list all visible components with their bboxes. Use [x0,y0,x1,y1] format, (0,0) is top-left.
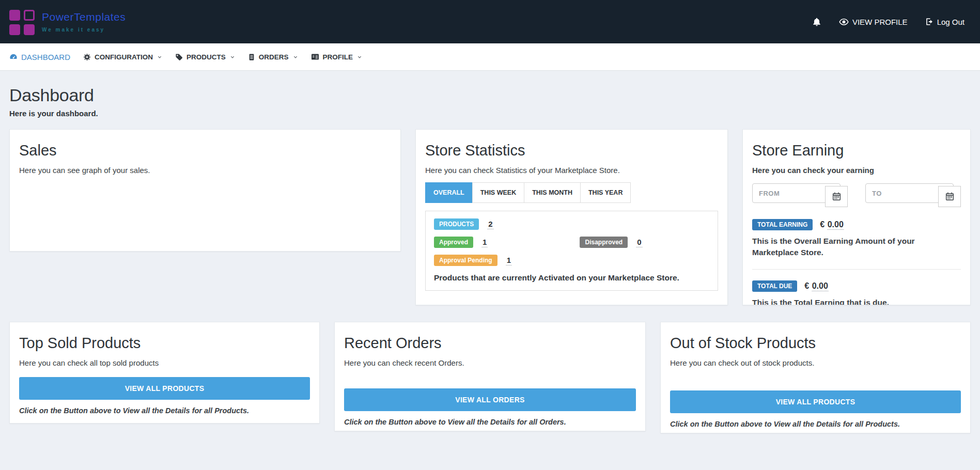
out-of-stock-note: Click on the Button above to View all th… [670,420,961,428]
gear-icon [83,53,91,61]
view-all-products-button[interactable]: VIEW ALL PRODUCTS [19,377,310,400]
top-sold-note: Click on the Button above to View all th… [19,406,310,415]
brand-title: PowerTemplates [42,11,126,23]
top-sold-title: Top Sold Products [19,335,310,352]
recent-orders-note: Click on the Button above to View all th… [344,418,636,426]
tab-this-year[interactable]: THIS YEAR [580,182,631,203]
nav-label: PRODUCTS [186,53,226,61]
total-due-amount: € 0.00 [804,281,829,291]
currency-symbol: € [820,220,825,229]
recent-orders-card: Recent Orders Here you can check recent … [334,322,646,431]
logout-label: Log Out [937,18,965,26]
statistics-panel: PRODUCTS 2 Approved 1 Disapproved 0 Appr… [425,211,718,291]
view-profile-button[interactable]: VIEW PROFILE [839,18,908,26]
disapproved-count: 0 [636,238,642,247]
store-earning-subtitle: Here you can check your earning [752,166,961,175]
stat-row-products: PRODUCTS 2 [434,218,709,230]
dashboard-icon [9,53,18,61]
tab-this-month[interactable]: THIS MONTH [524,182,581,203]
date-from-group [752,183,848,208]
total-earning-value: 0.00 [827,220,844,230]
nav-item-configuration[interactable]: CONFIGURATION [83,53,162,61]
stat-row-approval: Approved 1 Disapproved 0 [434,237,709,248]
list-icon [248,53,255,61]
view-all-orders-button[interactable]: VIEW ALL ORDERS [344,388,636,411]
approval-pending-badge: Approval Pending [434,255,497,266]
nav-item-dashboard[interactable]: DASHBOARD [9,53,70,61]
page-title: Dashboard [9,85,971,105]
logo-square-outline [24,10,35,21]
top-sold-products-card: Top Sold Products Here you can check all… [9,322,320,424]
nav-label: PROFILE [323,53,353,61]
statistics-tabs: OVERALL THIS WEEK THIS MONTH THIS YEAR [425,182,631,203]
logout-button[interactable]: Log Out [925,18,965,26]
chevron-down-icon [293,55,298,59]
logo-square [24,24,35,35]
calendar-icon[interactable] [938,186,961,207]
main-navbar: DASHBOARD CONFIGURATION PRODUCTS ORDERS … [0,43,980,71]
out-of-stock-card: Out of Stock Products Here you can check… [660,322,971,433]
id-card-icon [311,53,319,60]
nav-label: DASHBOARD [21,53,70,61]
eye-icon [839,18,849,26]
store-statistics-subtitle: Here you can check Statistics of your Ma… [425,166,718,175]
logo-square [9,24,20,35]
divider [752,269,961,270]
chevron-down-icon [357,55,362,59]
chevron-down-icon [157,55,162,59]
nav-item-orders[interactable]: ORDERS [248,53,298,61]
view-profile-label: VIEW PROFILE [852,18,908,26]
logout-icon [925,18,934,26]
chevron-down-icon [230,55,235,59]
nav-item-products[interactable]: PRODUCTS [175,53,235,61]
tab-this-week[interactable]: THIS WEEK [472,182,524,203]
store-earning-title: Store Earning [752,142,961,159]
nav-item-profile[interactable]: PROFILE [311,53,363,61]
brand-logo [9,10,35,35]
recent-orders-subtitle: Here you can check recent Orders. [344,358,636,367]
products-count: 2 [487,220,493,229]
sales-card-title: Sales [19,142,391,159]
date-to-group [865,183,961,208]
top-header: PowerTemplates We make it easy VIEW PROF… [0,0,980,43]
out-of-stock-subtitle: Here you can check out of stock products… [670,358,961,367]
calendar-icon[interactable] [825,186,848,207]
total-earning-badge: TOTAL EARNING [752,219,813,230]
total-due-badge: TOTAL DUE [752,280,797,292]
store-earning-card: Store Earning Here you can check your ea… [742,129,971,305]
brand-tagline: We make it easy [42,27,126,33]
notification-bell-icon[interactable] [812,17,821,27]
stat-row-pending: Approval Pending 1 [434,255,709,266]
approved-badge: Approved [434,237,473,248]
nav-label: ORDERS [259,53,289,61]
out-of-stock-title: Out of Stock Products [670,335,961,352]
sales-card-subtitle: Here you can see graph of your sales. [19,166,391,175]
total-earning-row: TOTAL EARNING € 0.00 [752,219,961,230]
view-all-products-button[interactable]: VIEW ALL PRODUCTS [670,390,961,413]
total-due-description: This is the Total Earning that is due. [752,297,961,305]
recent-orders-title: Recent Orders [344,335,636,352]
disapproved-badge: Disapproved [580,237,628,248]
approved-count: 1 [481,238,488,247]
total-due-row: TOTAL DUE € 0.00 [752,280,961,292]
brand-text: PowerTemplates We make it easy [42,11,126,33]
store-statistics-title: Store Statistics [425,142,718,159]
top-sold-subtitle: Here you can check all top sold products [19,358,310,367]
total-due-value: 0.00 [812,281,829,291]
page-subtitle: Here is your dashboard. [9,109,971,118]
nav-label: CONFIGURATION [95,53,153,61]
tag-icon [175,53,183,61]
currency-symbol: € [804,281,809,290]
total-earning-description: This is the Overall Earning Amount of yo… [752,236,961,259]
store-statistics-card: Store Statistics Here you can check Stat… [415,129,728,305]
statistics-caption: Products that are currently Activated on… [434,273,709,283]
tab-overall[interactable]: OVERALL [425,182,473,203]
products-badge: PRODUCTS [434,218,479,230]
total-earning-amount: € 0.00 [820,220,844,229]
logo-square [9,10,20,21]
approval-pending-count: 1 [506,256,512,265]
sales-card: Sales Here you can see graph of your sal… [9,129,401,252]
